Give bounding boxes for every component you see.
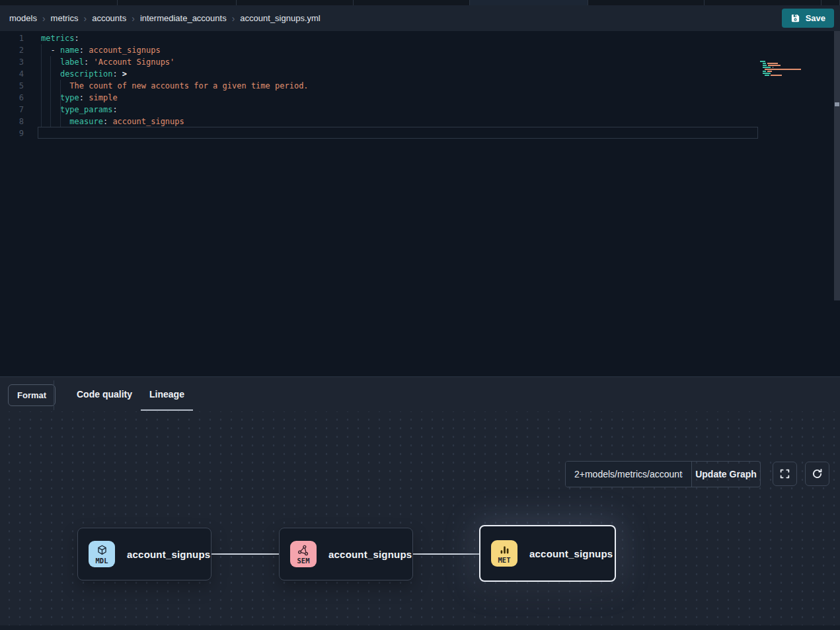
line-number: 9 [0,127,24,139]
code-line[interactable]: 2 - name: account_signups [0,44,834,56]
format-button[interactable]: Format [8,384,56,406]
save-icon [790,13,800,23]
node-label: account_signups [127,549,210,560]
lineage-node-mdl[interactable]: MDLaccount_signups [77,528,211,580]
node-badge-label: MET [498,556,511,564]
panel-divider [54,380,54,410]
node-badge-sem: SEM [290,541,317,567]
update-graph-button[interactable]: Update Graph [691,462,760,487]
lineage-node-met[interactable]: METaccount_signups [479,525,616,582]
indent-guide [50,56,51,127]
fullscreen-button[interactable] [773,462,797,486]
selector-input[interactable] [566,462,691,487]
line-number: 4 [0,68,24,80]
file-tab[interactable] [821,0,840,5]
code-line[interactable]: 1metrics: [0,32,834,44]
line-number: 1 [0,32,24,44]
save-button-label: Save [806,13,825,23]
fullscreen-icon [779,468,790,479]
code-line[interactable]: 6 type: simple [0,92,834,104]
code-line[interactable]: 4 description: > [0,68,834,80]
panel-bottom-strip [0,625,840,630]
chevron-right-icon: › [83,14,87,23]
indent-guide [60,80,61,127]
file-tab[interactable] [470,0,588,5]
line-number: 2 [0,44,24,56]
breadcrumb-item[interactable]: models [9,13,37,23]
breadcrumb-item[interactable]: account_signups.yml [240,13,320,23]
code-editor[interactable]: 1metrics:2 - name: account_signups3 labe… [0,31,840,376]
share-network-icon [297,543,310,557]
chevron-right-icon: › [232,14,235,23]
file-tab[interactable] [705,0,821,5]
line-number: 5 [0,80,24,92]
scrollbar-thumb[interactable] [835,102,839,106]
lineage-edge [211,553,280,555]
ide-window: models›metrics›accounts›intermediate_acc… [0,0,840,630]
line-number: 8 [0,116,24,127]
line-number: 6 [0,92,24,104]
lineage-node-sem[interactable]: SEMaccount_signups [279,528,413,580]
selector-group: Update Graph [565,461,761,487]
indent-guide [41,44,42,127]
top-tabs-strip[interactable] [0,0,840,5]
line-number: 7 [0,104,24,116]
file-tab[interactable] [237,0,354,5]
cube-icon [96,543,108,557]
code-line[interactable]: 5 The count of new accounts for a given … [0,80,834,92]
line-number: 3 [0,56,24,68]
bottom-panel: Format Code qualityLineage Update Graph [0,376,840,630]
file-tab[interactable] [0,0,118,5]
refresh-button[interactable] [805,462,829,486]
breadcrumb: models›metrics›accounts›intermediate_acc… [0,13,321,23]
bar-chart-icon [498,543,511,556]
code-line[interactable]: 3 label: 'Account Signups' [0,56,834,68]
breadcrumb-item[interactable]: intermediate_accounts [140,13,227,23]
tab-lineage[interactable]: Lineage [141,377,193,411]
node-badge-label: SEM [297,557,310,565]
node-badge-met: MET [491,540,517,567]
code-lines[interactable]: 1metrics:2 - name: account_signups3 labe… [0,32,834,139]
refresh-icon [812,468,823,479]
save-button[interactable]: Save [782,9,834,28]
code-line[interactable]: 8 measure: account_signups [0,116,834,127]
node-label: account_signups [529,548,613,559]
file-tab[interactable] [588,0,705,5]
breadcrumb-item[interactable]: accounts [92,13,126,23]
breadcrumb-item[interactable]: metrics [51,13,79,23]
file-tab[interactable] [354,0,470,5]
node-badge-label: MDL [96,557,108,565]
editor-scrollbar[interactable] [834,31,840,300]
chevron-right-icon: › [42,14,46,23]
code-line[interactable]: 7 type_params: [0,104,834,116]
lineage-edge [413,553,480,555]
node-badge-mdl: MDL [89,541,115,567]
active-line-highlight [38,127,758,139]
minimap[interactable] [760,61,804,79]
chevron-right-icon: › [132,14,135,23]
node-label: account_signups [328,549,412,560]
file-tab[interactable] [118,0,237,5]
breadcrumb-bar: models›metrics›accounts›intermediate_acc… [0,5,840,31]
panel-tabs: Code qualityLineage [68,377,193,411]
lineage-canvas[interactable]: Update Graph [0,411,840,626]
tab-code-quality[interactable]: Code quality [68,377,141,411]
